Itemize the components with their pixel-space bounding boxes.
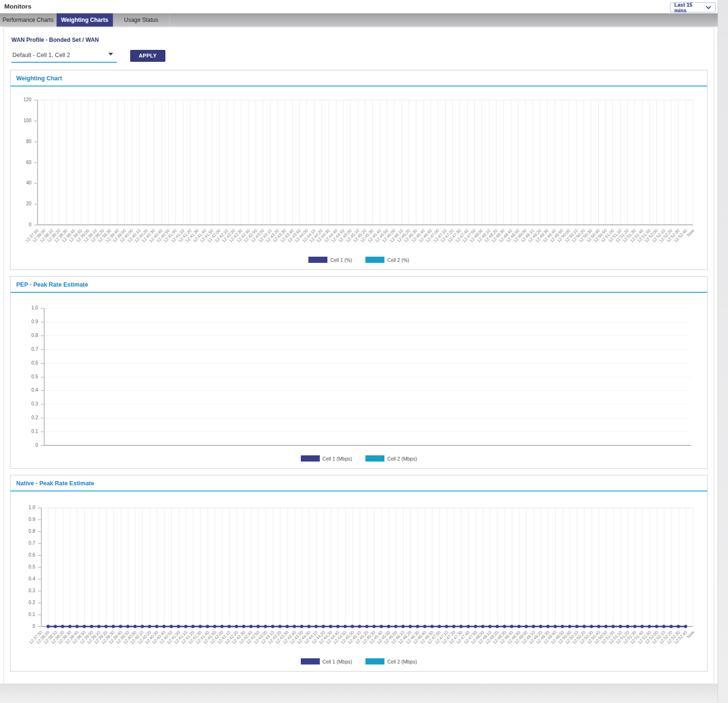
v-gridline (263, 100, 263, 225)
v-gridline (452, 100, 453, 225)
tab-performance-charts[interactable]: Performance Charts (0, 13, 57, 27)
y-tick-label: 0.2 (10, 600, 35, 605)
v-gridline (44, 100, 45, 225)
v-gridline (678, 100, 679, 225)
h-gridline (44, 336, 691, 336)
v-gridline (474, 100, 475, 225)
y-tick-label: 1.0 (10, 505, 35, 510)
v-gridline (103, 100, 103, 225)
v-gridline (343, 100, 344, 225)
v-gridline (197, 100, 198, 225)
y-tick-label: 0 (10, 222, 31, 227)
v-gridline (664, 100, 664, 225)
native-chart-plot: 00.10.20.30.40.50.60.70.80.91.012:37:501… (10, 491, 707, 655)
y-tick-label: 0.8 (10, 333, 38, 338)
h-gridline (44, 308, 691, 308)
y-tick-label: 20 (10, 201, 31, 206)
wan-profile-section: WAN Profile - Bonded Set / WAN Default -… (4, 28, 714, 64)
y-tick-label: 0.6 (10, 552, 35, 558)
v-gridline (205, 100, 205, 225)
v-gridline (299, 100, 300, 225)
y-tick-label: 0 (10, 443, 38, 448)
h-gridline (44, 322, 691, 322)
h-gridline (44, 418, 691, 418)
v-gridline (387, 100, 387, 225)
legend-label: Cell 2 (Mbps) (387, 456, 417, 462)
v-gridline (241, 100, 241, 225)
v-gridline (358, 100, 358, 225)
v-gridline (394, 100, 394, 225)
v-gridline (117, 100, 118, 225)
y-tick-label: 120 (10, 97, 31, 102)
page-scrollbar-area[interactable] (718, 0, 728, 703)
time-range-dropdown[interactable]: Last 15 mins (670, 2, 716, 12)
v-gridline (605, 100, 606, 225)
series-cell-1-mbps- (41, 508, 693, 626)
y-tick-label: 0.2 (10, 415, 38, 420)
x-axis-line (44, 445, 691, 446)
v-gridline (496, 100, 497, 225)
v-gridline (634, 100, 635, 225)
v-gridline (336, 100, 336, 225)
v-gridline (212, 100, 212, 225)
v-gridline (256, 100, 256, 225)
v-gridline (321, 100, 322, 225)
h-gridline (44, 404, 691, 404)
v-gridline (584, 100, 584, 225)
v-gridline (562, 100, 562, 225)
y-tick-label: 0.7 (10, 347, 38, 352)
h-gridline (44, 432, 691, 432)
v-gridline (555, 100, 555, 225)
y-tick-label: 0.1 (10, 612, 35, 617)
y-tick-label: 0.3 (10, 588, 35, 593)
y-tick-label: 0.7 (10, 540, 35, 546)
apply-button[interactable]: APPLY (130, 50, 165, 62)
app-surface: Monitors Last 15 mins Performance Charts… (0, 0, 718, 684)
v-gridline (74, 100, 74, 225)
time-range-label: Last 15 mins (674, 2, 706, 13)
native-chart-title: Native - Peak Rate Estimate (10, 475, 707, 491)
v-gridline (168, 100, 169, 225)
v-gridline (278, 100, 278, 225)
wan-profile-label: WAN Profile - Bonded Set / WAN (11, 37, 714, 43)
v-gridline (307, 100, 307, 225)
h-gridline (44, 390, 691, 391)
v-gridline (489, 100, 489, 225)
v-gridline (285, 100, 285, 225)
weighting-chart-title: Weighting Chart (10, 70, 707, 87)
y-tick-label: 80 (10, 139, 31, 144)
y-tick-label: 40 (10, 180, 31, 185)
v-gridline (249, 100, 249, 225)
v-gridline (183, 100, 183, 225)
legend-swatch (301, 455, 320, 462)
tab-usage-status[interactable]: Usage Status (113, 13, 170, 27)
v-gridline (649, 100, 650, 225)
y-tick-label: 0.5 (10, 374, 38, 379)
legend-item: Cell 2 (Mbps) (365, 455, 417, 462)
y-tick-label: 0.4 (10, 387, 38, 393)
v-gridline (161, 100, 162, 225)
v-gridline (350, 100, 351, 225)
y-axis-line (37, 100, 38, 225)
chevron-down-icon (706, 6, 711, 9)
v-gridline (234, 100, 234, 225)
tab-weighting-charts[interactable]: Weighting Charts (57, 13, 113, 27)
h-gridline (44, 377, 691, 377)
tab-bar: Performance Charts Weighting Charts Usag… (0, 13, 718, 27)
y-tick-label: 0.6 (10, 360, 38, 366)
v-gridline (292, 100, 293, 225)
v-gridline (518, 100, 518, 225)
legend-swatch (365, 455, 384, 462)
v-gridline (591, 100, 591, 225)
v-gridline (423, 100, 424, 225)
pep-chart-plot: 00.10.20.30.40.50.60.70.80.91.0 (10, 293, 707, 452)
y-tick-label: 0.5 (10, 564, 35, 569)
wan-profile-select[interactable]: Default - Cell 1, Cell 2 (11, 49, 117, 63)
v-gridline (569, 100, 569, 225)
v-gridline (139, 100, 140, 225)
v-gridline (219, 100, 220, 225)
v-gridline (372, 100, 373, 225)
y-tick-label: 0.8 (10, 529, 35, 534)
y-axis-line (44, 308, 45, 445)
v-gridline (656, 100, 657, 225)
